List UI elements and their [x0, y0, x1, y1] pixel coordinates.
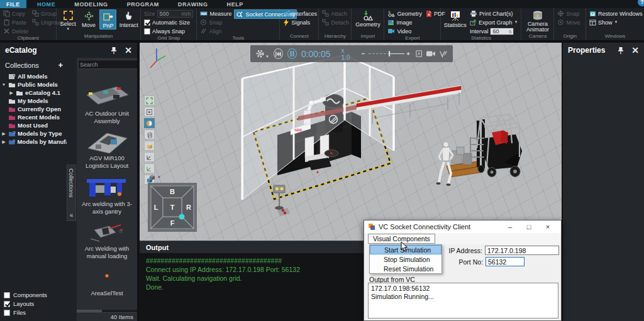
- minimize-button[interactable]: –: [501, 223, 519, 231]
- dialog-title-bar[interactable]: VC Socket Connectivity Client – □ ×: [364, 220, 561, 233]
- vc-output-box[interactable]: 172.17.0.198:56132 Simulation Running...: [368, 283, 558, 318]
- tab-drawing[interactable]: DRAWING: [169, 0, 218, 8]
- close-icon[interactable]: ✕: [125, 46, 132, 54]
- measure-button[interactable]: Measure: [199, 9, 233, 18]
- print-charts-button[interactable]: Print Chart(s): [469, 9, 519, 18]
- export-video-button[interactable]: Video: [386, 27, 423, 35]
- reset-simulation-button[interactable]: [274, 48, 283, 59]
- import-geometry-icon: [362, 11, 374, 21]
- export-image-button[interactable]: Image: [386, 18, 423, 26]
- catalog-item-areaseltest[interactable]: AreaSelTest: [77, 268, 137, 297]
- tab-file[interactable]: FILE: [0, 0, 26, 8]
- properties-title: Properties: [568, 46, 605, 55]
- export-image-icon: [387, 19, 394, 26]
- tree-item-public-models[interactable]: ▼ Public Models: [1, 80, 67, 89]
- grid-tool-button[interactable]: [144, 163, 155, 173]
- pin-icon[interactable]: [618, 46, 624, 55]
- export-graph-button[interactable]: Export Graph▼: [469, 18, 519, 26]
- menu-item-reset-simulation[interactable]: Reset Simulation: [370, 264, 441, 273]
- tab-modeling[interactable]: MODELING: [65, 0, 117, 8]
- simulation-settings-button[interactable]: ▼: [255, 49, 269, 58]
- viewport-3d[interactable]: ABB: [140, 43, 562, 241]
- view-cube[interactable]: B L T R F: [147, 182, 197, 235]
- render-mode-button[interactable]: [144, 118, 155, 128]
- tree-item-ecatalog-41[interactable]: ▶ eCatalog 4.1: [1, 89, 67, 97]
- dialog-close-button[interactable]: ×: [538, 223, 557, 231]
- origin-move-icon: [557, 19, 564, 26]
- thumbnail-areaseltest: [80, 268, 133, 285]
- speed-slider[interactable]: [361, 50, 411, 58]
- filter-files[interactable]: Files: [4, 309, 47, 316]
- catalog-item-agv-mir100[interactable]: AGV MiR100 Logistics Layout: [77, 129, 137, 169]
- checkbox-empty-icon: [4, 310, 10, 316]
- group-label-clipboard: Clipboard: [2, 35, 54, 41]
- pin-icon[interactable]: [111, 46, 117, 55]
- close-icon[interactable]: ✕: [631, 46, 639, 54]
- export-geometry-button[interactable]: Geometry: [386, 9, 423, 18]
- interfaces-button[interactable]: Interfaces: [282, 9, 318, 18]
- tree-item-recent-models[interactable]: Recent Models: [1, 113, 67, 121]
- snap-icon: [200, 19, 207, 26]
- dialog-menu-bar: Visual Components: [364, 233, 561, 244]
- export-pdf-chart-icon[interactable]: [416, 50, 422, 58]
- tree-item-all-models[interactable]: All Models: [1, 72, 67, 80]
- statistics-button[interactable]: Statistics: [443, 9, 467, 28]
- frame-tool-button[interactable]: [144, 152, 155, 162]
- ungroup-icon: [32, 19, 39, 26]
- import-geometry-button[interactable]: Geometry: [353, 9, 382, 28]
- view-cube-corner-dot[interactable]: [179, 214, 185, 220]
- tab-help[interactable]: HELP: [218, 0, 253, 8]
- camera-animator-button[interactable]: CameraAnimator: [523, 9, 552, 33]
- maximize-button[interactable]: □: [519, 223, 538, 231]
- always-snap-checkbox[interactable]: Always Snap: [143, 27, 194, 35]
- add-collection-button[interactable]: +: [58, 60, 63, 70]
- catalog-item-arc-gantry[interactable]: Arc welding with 3-axis gantry: [77, 175, 137, 215]
- grid-size-input: 500 mm: [157, 10, 194, 18]
- dialog-title: VC Socket Connectivity Client: [379, 223, 470, 231]
- interval-input[interactable]: 60 s: [490, 28, 514, 35]
- signals-button[interactable]: Signals: [282, 18, 318, 26]
- select-icon: [64, 11, 73, 20]
- collections-side-tab[interactable]: Collections «: [67, 165, 76, 221]
- tab-home[interactable]: HOME: [28, 0, 65, 8]
- show-button[interactable]: Show▼: [588, 18, 644, 26]
- slider-handle[interactable]: [389, 51, 390, 57]
- filter-components[interactable]: Components: [4, 291, 47, 298]
- group-label-connect: Connect: [282, 33, 316, 40]
- delete-button: Delete: [2, 27, 30, 35]
- view-cube-menu[interactable]: ▼: [148, 173, 161, 181]
- menu-item-stop-simulation[interactable]: Stop Simulation: [370, 254, 441, 264]
- filter-layouts[interactable]: Layouts: [4, 300, 47, 307]
- record-video-icon[interactable]: [426, 50, 435, 57]
- tree-item-models-by-type[interactable]: ▶ Models by Type: [1, 129, 67, 138]
- view-cube-label-right: R: [186, 204, 191, 211]
- pause-button[interactable]: [287, 48, 297, 59]
- show-icon: [589, 19, 596, 26]
- tab-program[interactable]: PROGRAM: [118, 0, 169, 8]
- pnp-button[interactable]: PnP: [99, 9, 116, 30]
- tree-item-most-used[interactable]: Most Used: [1, 121, 67, 129]
- checkbox-checked-icon: [4, 301, 10, 307]
- group-connect: Interfaces Signals Connect: [280, 8, 319, 40]
- move-button[interactable]: Move: [80, 9, 97, 28]
- catalog-item-ac-outdoor[interactable]: AC Outdoor Unit Assembly: [77, 82, 137, 124]
- shaded-mode-button[interactable]: [144, 141, 155, 151]
- automatic-size-checkbox[interactable]: Automatic Size: [143, 18, 194, 26]
- tree-item-models-by-manufacturer[interactable]: ▶ Models by Manufa: [1, 138, 67, 146]
- ip-address-field[interactable]: [485, 246, 559, 255]
- select-button[interactable]: Select▼: [58, 9, 78, 31]
- collapse-icon[interactable]: «: [70, 212, 74, 220]
- socket-client-dialog: VC Socket Connectivity Client – □ × Visu…: [364, 220, 562, 321]
- tree-item-currently-open[interactable]: Currently Open: [1, 105, 67, 113]
- fit-all-button[interactable]: [144, 95, 155, 106]
- fill-view-button[interactable]: [144, 107, 155, 117]
- interact-button[interactable]: Interact: [119, 9, 138, 28]
- wireframe-button[interactable]: [144, 129, 155, 139]
- group-label-origin: Origin: [556, 33, 584, 40]
- port-field[interactable]: [486, 257, 525, 266]
- catalog-item-arc-manual[interactable]: Arc Welding with manual loading: [77, 221, 137, 259]
- tree-item-my-models[interactable]: My Models: [1, 97, 67, 105]
- restore-windows-button[interactable]: Restore Windows: [588, 9, 644, 18]
- snap-button: Snap: [199, 18, 233, 26]
- group-label-manipulation: Manipulation: [58, 33, 138, 40]
